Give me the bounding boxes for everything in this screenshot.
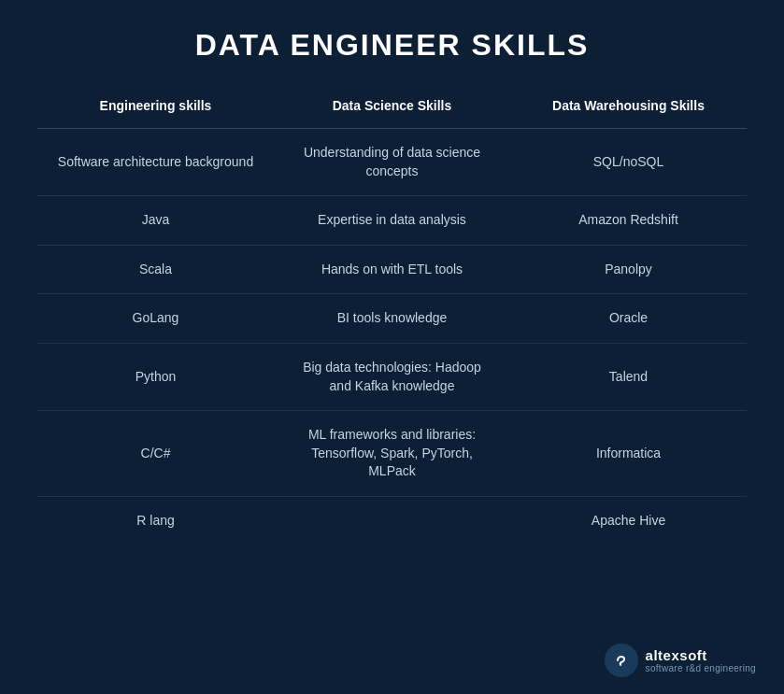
page-title: DATA ENGINEER SKILLS: [195, 28, 590, 63]
table-row: PythonBig data technologies: Hadoop and …: [37, 343, 747, 410]
col-header-data-warehousing: Data Warehousing Skills: [510, 89, 747, 129]
cell-data_science-5: ML frameworks and libraries: Tensorflow,…: [274, 411, 510, 497]
table-row: Software architecture backgroundUndersta…: [37, 129, 747, 196]
svg-point-0: [612, 651, 631, 670]
brand-logo: [605, 644, 638, 677]
cell-engineering-4: Python: [37, 343, 274, 410]
svg-point-1: [620, 664, 621, 666]
brand-subtitle: software r&d engineering: [646, 663, 756, 673]
cell-engineering-1: Java: [37, 196, 274, 246]
brand-logo-icon: [611, 650, 632, 671]
col-header-data-science: Data Science Skills: [274, 89, 510, 129]
cell-engineering-2: Scala: [37, 245, 274, 294]
cell-data_science-4: Big data technologies: Hadoop and Kafka …: [274, 343, 510, 410]
brand-area: altexsoft software r&d engineering: [605, 644, 756, 677]
cell-data_science-1: Expertise in data analysis: [274, 196, 510, 246]
table-row: ScalaHands on with ETL toolsPanolpy: [37, 245, 747, 294]
cell-engineering-6: R lang: [37, 496, 274, 545]
main-card: DATA ENGINEER SKILLS Engineering skills …: [0, 0, 784, 694]
table-row: JavaExpertise in data analysisAmazon Red…: [37, 196, 747, 246]
cell-data_science-2: Hands on with ETL tools: [274, 245, 510, 294]
col-header-engineering: Engineering skills: [37, 89, 274, 129]
table-row: C/C#ML frameworks and libraries: Tensorf…: [37, 411, 747, 497]
cell-data_warehousing-4: Talend: [510, 343, 747, 410]
brand-name: altexsoft: [646, 647, 707, 663]
table-row: GoLangBI tools knowledgeOracle: [37, 294, 747, 344]
cell-engineering-3: GoLang: [37, 294, 274, 344]
table-header-row: Engineering skills Data Science Skills D…: [37, 89, 747, 129]
cell-data_science-0: Understanding of data science concepts: [274, 129, 510, 196]
cell-data_science-3: BI tools knowledge: [274, 294, 510, 344]
brand-text-container: altexsoft software r&d engineering: [646, 647, 756, 673]
table-row: R langApache Hive: [37, 496, 747, 545]
cell-data_warehousing-1: Amazon Redshift: [510, 196, 747, 246]
cell-data_warehousing-0: SQL/noSQL: [510, 129, 747, 196]
cell-data_science-6: [274, 496, 510, 545]
skills-table: Engineering skills Data Science Skills D…: [37, 89, 747, 545]
cell-engineering-5: C/C#: [37, 411, 274, 497]
cell-engineering-0: Software architecture background: [37, 129, 274, 196]
cell-data_warehousing-6: Apache Hive: [510, 496, 747, 545]
cell-data_warehousing-5: Informatica: [510, 411, 747, 497]
cell-data_warehousing-3: Oracle: [510, 294, 747, 344]
cell-data_warehousing-2: Panolpy: [510, 245, 747, 294]
